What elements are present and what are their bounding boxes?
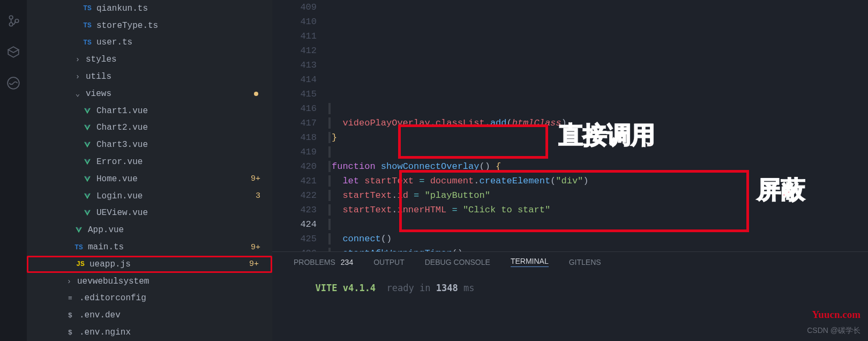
file-row-styles[interactable]: ›styles [27, 51, 272, 68]
line-number: 421 [272, 174, 317, 188]
file-name: .editorconfig [79, 293, 264, 303]
vue-icon [83, 107, 92, 115]
file-row--env-nginx[interactable]: $.env.nginx [27, 324, 272, 341]
vue-icon [83, 209, 92, 217]
file-row-storeType-ts[interactable]: TSstoreType.ts [27, 17, 272, 34]
file-explorer[interactable]: TSqiankun.tsTSstoreType.tsTSuser.ts›styl… [27, 0, 272, 341]
line-number: 426 [272, 246, 317, 251]
file-row--editorconfig[interactable]: ≡.editorconfig [27, 290, 272, 307]
file-row-Chart2-vue[interactable]: Chart2.vue [27, 120, 272, 137]
file-name: Home.vue [96, 174, 246, 184]
line-numbers: 4094104114124134144154164174184194204214… [272, 0, 328, 251]
env-icon: $ [65, 312, 75, 320]
code-area[interactable]: 直接调用 屏蔽 videoPlayOverlay.classList.add(h… [328, 0, 868, 251]
file-name: styles [86, 55, 264, 64]
file-name: .env.dev [79, 310, 264, 320]
line-number: 413 [272, 58, 317, 72]
ts-icon: TS [74, 243, 84, 251]
chevron-icon: ⌄ [74, 89, 81, 98]
tab-terminal[interactable]: TERMINAL [511, 257, 549, 267]
line-number: 414 [272, 72, 317, 87]
file-row-user-ts[interactable]: TSuser.ts [27, 34, 272, 51]
git-badge [254, 92, 258, 96]
watermark-csdn: CSDN @碳学长 [807, 326, 860, 336]
file-row-qiankun-ts[interactable]: TSqiankun.ts [27, 0, 272, 17]
terminal-output[interactable]: VITE v4.1.4 ready in 1348 ms [272, 272, 868, 341]
chevron-icon: › [74, 55, 81, 64]
file-row-Error-vue[interactable]: Error.vue [27, 153, 272, 171]
svg-point-1 [9, 23, 13, 26]
file-row-Home-vue[interactable]: Home.vue9+ [27, 171, 272, 188]
chevron-icon: › [65, 277, 73, 286]
js-icon: JS [76, 260, 85, 268]
code-line[interactable] [328, 217, 868, 232]
annotation-label-2: 屏蔽 [757, 182, 805, 197]
file-row-views[interactable]: ⌄views [27, 85, 272, 102]
file-name: Chart1.vue [96, 106, 264, 116]
file-name: App.vue [88, 225, 264, 235]
line-number: 416 [272, 101, 317, 116]
run-icon[interactable] [6, 76, 21, 91]
chevron-icon: › [74, 72, 81, 81]
file-row-ueapp-js[interactable]: JSueapp.js9+ [27, 256, 272, 273]
tab-problems[interactable]: PROBLEMS 234 [294, 258, 353, 266]
cfg-icon: ≡ [65, 294, 75, 302]
line-number: 409 [272, 0, 317, 14]
ts-icon: TS [83, 39, 92, 47]
line-number: 410 [272, 14, 317, 29]
git-badge: 3 [256, 191, 264, 201]
svg-point-0 [9, 16, 13, 19]
vue-icon [83, 192, 92, 200]
file-name: ueapp.js [89, 260, 245, 269]
source-control-icon[interactable] [6, 13, 21, 28]
tab-output[interactable]: OUTPUT [373, 258, 405, 266]
line-number: 419 [272, 145, 317, 159]
file-name: main.ts [88, 242, 246, 252]
line-number: 417 [272, 116, 317, 130]
line-number: 412 [272, 43, 317, 58]
file-row-utils[interactable]: ›utils [27, 68, 272, 85]
file-row-Login-vue[interactable]: Login.vue3 [27, 188, 272, 205]
line-number: 425 [272, 232, 317, 246]
vue-icon [83, 124, 92, 131]
vue-icon [83, 141, 92, 149]
tab-debug-console[interactable]: DEBUG CONSOLE [425, 258, 490, 266]
svg-point-2 [15, 19, 19, 23]
code-line[interactable]: function showConnectOverlay() { [328, 159, 868, 174]
vue-icon [74, 226, 84, 234]
file-name: qiankun.ts [96, 4, 264, 13]
extensions-icon[interactable] [6, 45, 21, 60]
tab-gitlens[interactable]: GITLENS [569, 258, 601, 266]
file-row-UEView-vue[interactable]: UEView.vue [27, 205, 272, 222]
git-badge: 9+ [251, 243, 264, 252]
watermark-yuucn: Yuucn.com [812, 309, 860, 321]
vue-icon [83, 158, 92, 166]
file-row-Chart1-vue[interactable]: Chart1.vue [27, 102, 272, 120]
file-name: uevwebulsystem [77, 277, 264, 286]
file-row-Chart3-vue[interactable]: Chart3.vue [27, 136, 272, 153]
file-name: Chart2.vue [96, 123, 264, 132]
env-icon: $ [65, 329, 75, 337]
line-number: 422 [272, 188, 317, 203]
file-name: views [86, 89, 250, 99]
code-line[interactable] [328, 101, 868, 116]
file-row-App-vue[interactable]: App.vue [27, 221, 272, 239]
file-name: UEView.vue [96, 208, 264, 218]
code-line[interactable]: startAfkWarningTimer() [328, 246, 868, 251]
line-number: 415 [272, 87, 317, 101]
line-number: 420 [272, 159, 317, 174]
code-line[interactable]: startText.innerHTML = "Click to start" [328, 203, 868, 217]
file-row-main-ts[interactable]: TSmain.ts9+ [27, 239, 272, 256]
annotation-label-1: 直接调用 [559, 128, 655, 142]
line-number: 411 [272, 29, 317, 43]
line-number: 424 [272, 217, 317, 232]
file-row-uevwebulsystem[interactable]: ›uevwebulsystem [27, 273, 272, 290]
panel-tabs: PROBLEMS 234 OUTPUT DEBUG CONSOLE TERMIN… [272, 251, 868, 272]
git-badge: 9+ [251, 174, 264, 183]
file-row--env-dev[interactable]: $.env.dev [27, 307, 272, 324]
git-badge: 9+ [249, 260, 262, 269]
file-name: user.ts [96, 38, 264, 47]
file-name: Chart3.vue [96, 140, 264, 150]
code-line[interactable]: connect() [328, 232, 868, 246]
file-name: utils [86, 72, 264, 81]
